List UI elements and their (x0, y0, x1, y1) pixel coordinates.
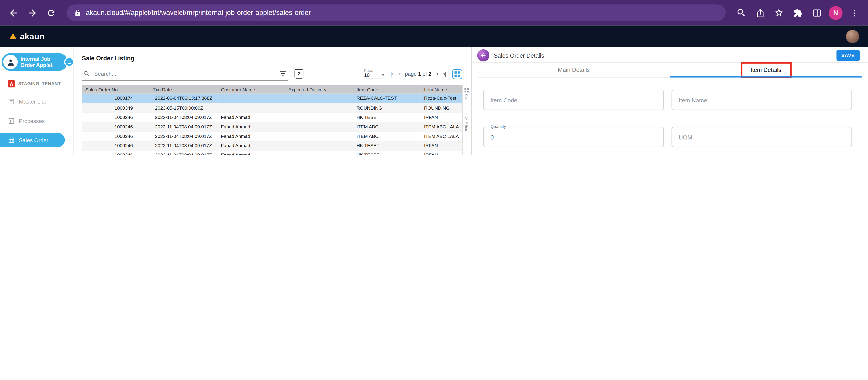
table-cell: 2022-06-04T06:13:17.868Z (150, 94, 218, 103)
numbered-list-glyph: 2 (298, 71, 300, 76)
item-name-input[interactable] (672, 90, 852, 110)
prev-page-button[interactable]: < (398, 71, 400, 76)
page-current: 1 (418, 71, 421, 77)
column-header[interactable]: Item Name (421, 85, 462, 94)
sales-order-details-panel: Sales Order Details SAVE Main Details It… (471, 47, 868, 155)
user-avatar[interactable] (846, 30, 859, 43)
side-panel-button[interactable] (810, 6, 823, 20)
address-bar[interactable]: akaun.cloud/#/applet/tnt/wavelet/mrp/int… (66, 4, 726, 21)
profile-initial: N (833, 9, 838, 17)
filter-icon[interactable] (279, 70, 287, 77)
details-header: Sales Order Details SAVE (472, 47, 868, 63)
find-in-page-button[interactable] (735, 6, 748, 20)
numbered-list-icon[interactable]: 2 (294, 69, 303, 79)
table-cell: ITEM ABC (353, 131, 421, 140)
table-cell: Fahad Ahmad (218, 140, 285, 150)
tenant-name: STAGING_TENANT (18, 82, 61, 86)
browser-menu-button[interactable]: ⋮ (848, 6, 862, 20)
sidebar-item-sales-order[interactable]: Sales Order (0, 133, 65, 148)
column-header[interactable]: Txn Date (150, 85, 218, 94)
column-header[interactable]: Customer Name (218, 85, 285, 94)
sidebar-item-applet[interactable]: Internal Job Order Applet ☰ (2, 53, 67, 71)
item-code-input[interactable] (483, 90, 663, 110)
back-button[interactable] (6, 6, 20, 20)
first-page-button[interactable]: |< (391, 71, 394, 76)
logo-text: akaun (20, 32, 45, 41)
table-cell: IRFAN (421, 113, 462, 122)
browser-profile-avatar[interactable]: N (829, 6, 842, 20)
table-row[interactable]: 10002462022-11-04T08:04:09.017ZFahad Ahm… (82, 140, 462, 150)
filters-side-tab-label: Filters (464, 122, 468, 132)
sidebar-collapse-button[interactable]: ☰ (64, 57, 74, 67)
details-scrollbar-track[interactable] (861, 63, 861, 155)
page: akaun.cloud/#/applet/tnt/wavelet/mrp/int… (0, 0, 868, 155)
column-header[interactable]: Sales Order No (82, 85, 150, 94)
table-cell: ROUNDING (353, 103, 421, 113)
tenant-icon (8, 80, 15, 88)
back-button[interactable] (477, 49, 490, 62)
master-list-icon (8, 98, 15, 105)
table-cell (218, 94, 285, 103)
table-cell: 2022-11-04T08:04:09.017Z (150, 150, 218, 155)
item-details-form: Quantity (472, 77, 868, 155)
columns-side-tab[interactable]: Columns (464, 88, 469, 108)
search-input[interactable] (93, 70, 276, 77)
forward-icon (27, 7, 37, 18)
tab-main-details[interactable]: Main Details (478, 63, 670, 77)
share-icon (755, 8, 765, 18)
table-cell: Fahad Ahmad (218, 122, 285, 131)
table-cell (285, 131, 353, 140)
table-cell: 2023-05-15T00:00:00Z (150, 103, 218, 113)
bookmark-button[interactable] (772, 6, 786, 20)
akaun-logo[interactable]: akaun (9, 32, 45, 41)
reload-button[interactable] (44, 6, 58, 20)
save-button[interactable]: SAVE (836, 50, 860, 61)
table-row[interactable]: 10003492023-05-15T00:00:00ZROUNDINGROUND… (82, 103, 462, 113)
table-row[interactable]: 10001742022-06-04T06:13:17.868ZREZA-CALC… (82, 94, 462, 103)
table-cell: 1000246 (82, 122, 150, 131)
browser-chrome: akaun.cloud/#/applet/tnt/wavelet/mrp/int… (0, 0, 868, 26)
forward-button[interactable] (26, 6, 39, 20)
table-cell: 1000349 (82, 103, 150, 113)
column-header[interactable]: Expected Delivery (285, 85, 353, 94)
chevron-down-icon: ▾ (382, 73, 384, 77)
table-cell: REZA-CALC-TEST (353, 94, 421, 103)
table-cell: HK TESET (353, 150, 421, 155)
search-icon (83, 70, 90, 77)
uom-input[interactable] (672, 127, 852, 148)
filters-side-tab[interactable]: Filters (464, 116, 469, 132)
next-page-button[interactable]: > (436, 71, 438, 76)
table-cell (218, 103, 285, 113)
sidebar-item-label: Master List (19, 98, 46, 104)
table-row[interactable]: 10002462022-11-04T08:04:09.017ZFahad Ahm… (82, 113, 462, 122)
puzzle-icon (793, 8, 802, 18)
table-cell (285, 140, 353, 150)
table-cell: 1000174 (82, 94, 150, 103)
table-cell (285, 122, 353, 131)
url-text: akaun.cloud/#/applet/tnt/wavelet/mrp/int… (86, 9, 311, 17)
sidebar-item-master-list[interactable]: Master List (0, 96, 73, 107)
table-cell (285, 103, 353, 113)
table-cell (285, 150, 353, 155)
grid-view-button[interactable] (452, 69, 462, 79)
last-page-button[interactable]: >| (442, 71, 446, 76)
table-row[interactable]: 10002462022-11-04T08:04:09.017ZFahad Ahm… (82, 131, 462, 140)
sale-order-listing-panel: Sale Order Listing 2 Rows 10 ▾ (74, 47, 471, 155)
app-header: akaun (0, 26, 868, 47)
tab-item-details[interactable]: Item Details (670, 63, 862, 77)
search-icon (736, 8, 746, 18)
tenant-selector[interactable]: STAGING_TENANT (8, 80, 73, 88)
column-header[interactable]: Item Code (353, 85, 421, 94)
share-button[interactable] (753, 6, 767, 20)
listing-toolbar: 2 Rows 10 ▾ |< < page 1 of (82, 67, 462, 81)
back-icon (8, 7, 19, 18)
table-row[interactable]: 10002462022-11-04T08:04:09.017ZFahad Ahm… (82, 150, 462, 155)
page-word: page (405, 71, 417, 77)
extensions-button[interactable] (791, 6, 804, 20)
quantity-input[interactable] (483, 127, 663, 148)
rows-per-page-select[interactable]: Rows 10 ▾ (364, 69, 384, 80)
table-row[interactable]: 10002462022-11-04T08:04:09.017ZFahad Ahm… (82, 122, 462, 131)
grid-icon (455, 71, 460, 76)
table-zone: Sales Order NoTxn DateCustomer NameExpec… (82, 85, 471, 155)
sidebar-item-processes[interactable]: Processes (0, 115, 73, 126)
